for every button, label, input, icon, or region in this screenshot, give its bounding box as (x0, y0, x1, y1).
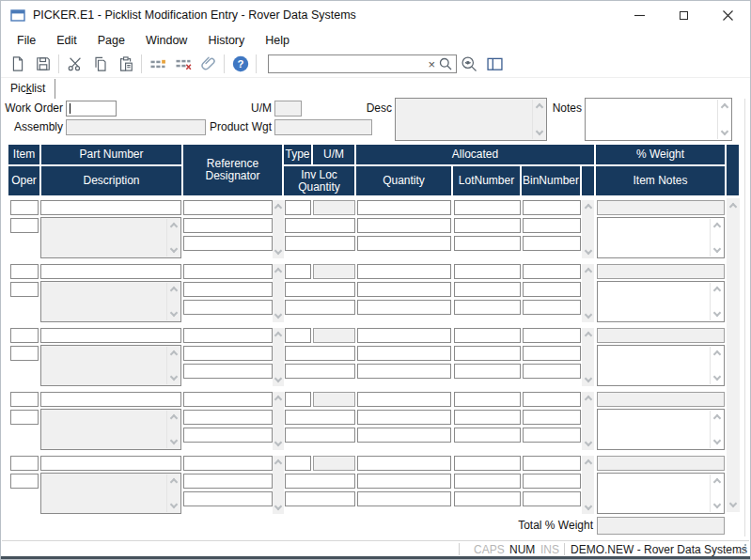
item-field[interactable] (10, 328, 39, 343)
lot-number-field-3[interactable] (454, 236, 521, 251)
scroll-down-icon[interactable] (729, 500, 737, 507)
scroll-up-icon[interactable] (584, 396, 591, 403)
part-number-field[interactable] (40, 264, 181, 279)
scroll-up-icon[interactable] (169, 350, 177, 358)
allocated-quantity-field-3[interactable] (357, 428, 451, 443)
allocated-quantity-field-2[interactable] (357, 346, 451, 361)
oper-field[interactable] (10, 346, 39, 361)
allocated-quantity-field-1[interactable] (357, 456, 451, 471)
reference-designator-scrollbar[interactable] (273, 264, 284, 322)
reference-designator-field-2[interactable] (183, 218, 273, 233)
reference-designator-field-2[interactable] (183, 282, 273, 297)
quantity-field[interactable] (285, 236, 355, 251)
menu-file[interactable]: File (7, 31, 46, 50)
quantity-field[interactable] (285, 428, 355, 443)
scroll-down-icon[interactable] (712, 245, 720, 253)
scroll-down-icon[interactable] (169, 373, 177, 381)
lot-number-field-1[interactable] (454, 264, 521, 279)
lot-number-field-3[interactable] (454, 428, 521, 443)
reference-designator-scrollbar[interactable] (273, 200, 284, 258)
inv-loc-field[interactable] (285, 474, 355, 489)
allocated-scrollbar[interactable] (582, 392, 594, 450)
scroll-down-icon[interactable] (584, 375, 591, 382)
scroll-down-icon[interactable] (712, 373, 720, 381)
scroll-down-icon[interactable] (169, 245, 177, 253)
inv-loc-field[interactable] (285, 282, 355, 297)
bin-number-field-1[interactable] (523, 456, 581, 471)
scroll-down-icon[interactable] (584, 439, 591, 446)
type-field[interactable] (285, 392, 311, 407)
quantity-field[interactable] (285, 491, 355, 506)
scroll-up-icon[interactable] (712, 478, 720, 486)
bin-number-field-2[interactable] (523, 218, 581, 233)
maximize-button[interactable] (662, 1, 706, 29)
scroll-down-icon[interactable] (169, 309, 177, 317)
allocated-quantity-field-2[interactable] (357, 218, 451, 233)
bin-number-field-3[interactable] (523, 364, 581, 379)
lot-number-field-3[interactable] (454, 364, 521, 379)
allocated-quantity-field-3[interactable] (357, 236, 451, 251)
scroll-up-icon[interactable] (274, 396, 282, 403)
scroll-up-icon[interactable] (729, 203, 737, 210)
menu-help[interactable]: Help (255, 31, 300, 50)
reference-designator-field-3[interactable] (183, 428, 273, 443)
bin-number-field-1[interactable] (523, 200, 581, 215)
copy-button[interactable] (87, 53, 113, 75)
item-field[interactable] (10, 456, 39, 471)
allocated-quantity-field-3[interactable] (357, 300, 451, 315)
scroll-up-icon[interactable] (169, 223, 177, 230)
reference-designator-field-3[interactable] (183, 364, 273, 379)
allocated-quantity-field-2[interactable] (357, 474, 451, 489)
type-field[interactable] (285, 200, 311, 215)
reference-designator-scrollbar[interactable] (273, 456, 284, 514)
item-field[interactable] (10, 200, 39, 215)
part-number-field[interactable] (40, 392, 181, 407)
scroll-down-icon[interactable] (584, 311, 591, 319)
inv-loc-field[interactable] (285, 410, 355, 425)
attachment-button[interactable] (196, 53, 221, 75)
scroll-up-icon[interactable] (169, 287, 177, 294)
part-number-field[interactable] (40, 200, 181, 215)
oper-field[interactable] (10, 218, 39, 233)
clear-search-icon[interactable]: × (428, 58, 435, 70)
scroll-down-icon[interactable] (274, 503, 282, 510)
part-number-field[interactable] (40, 456, 181, 471)
scroll-down-icon[interactable] (274, 247, 282, 255)
reference-designator-field-2[interactable] (183, 410, 273, 425)
oper-field[interactable] (10, 474, 39, 489)
allocated-scrollbar[interactable] (582, 200, 594, 258)
scroll-down-icon[interactable] (712, 309, 720, 317)
type-field[interactable] (285, 264, 311, 279)
inv-loc-field[interactable] (285, 346, 355, 361)
bin-number-field-3[interactable] (523, 428, 581, 443)
resize-grip[interactable] (736, 543, 747, 554)
bin-number-field-2[interactable] (523, 410, 581, 425)
allocated-quantity-field-3[interactable] (357, 491, 451, 506)
lot-number-field-2[interactable] (454, 282, 521, 297)
lot-number-field-3[interactable] (454, 491, 521, 506)
bin-number-field-2[interactable] (523, 474, 581, 489)
item-notes-field[interactable] (597, 473, 725, 514)
lot-number-field-2[interactable] (454, 410, 521, 425)
quantity-field[interactable] (285, 300, 355, 315)
bin-number-field-1[interactable] (523, 392, 581, 407)
scroll-down-icon[interactable] (274, 439, 282, 446)
bin-number-field-1[interactable] (523, 264, 581, 279)
tab-picklist[interactable]: Picklist (10, 82, 45, 95)
menu-edit[interactable]: Edit (46, 31, 87, 50)
reference-designator-field-1[interactable] (183, 200, 273, 215)
scroll-up-icon[interactable] (584, 268, 591, 275)
scroll-up-icon[interactable] (720, 103, 728, 111)
scroll-up-icon[interactable] (274, 268, 282, 275)
reference-designator-field-1[interactable] (183, 264, 273, 279)
scroll-down-icon[interactable] (712, 437, 720, 444)
oper-field[interactable] (10, 410, 39, 425)
lot-number-field-1[interactable] (454, 328, 521, 343)
allocated-quantity-field-1[interactable] (357, 328, 451, 343)
inv-loc-field[interactable] (285, 218, 355, 233)
type-field[interactable] (285, 328, 311, 343)
item-notes-field[interactable] (597, 281, 725, 322)
save-button[interactable] (30, 53, 55, 75)
reference-designator-scrollbar[interactable] (273, 392, 284, 450)
lot-number-field-2[interactable] (454, 346, 521, 361)
